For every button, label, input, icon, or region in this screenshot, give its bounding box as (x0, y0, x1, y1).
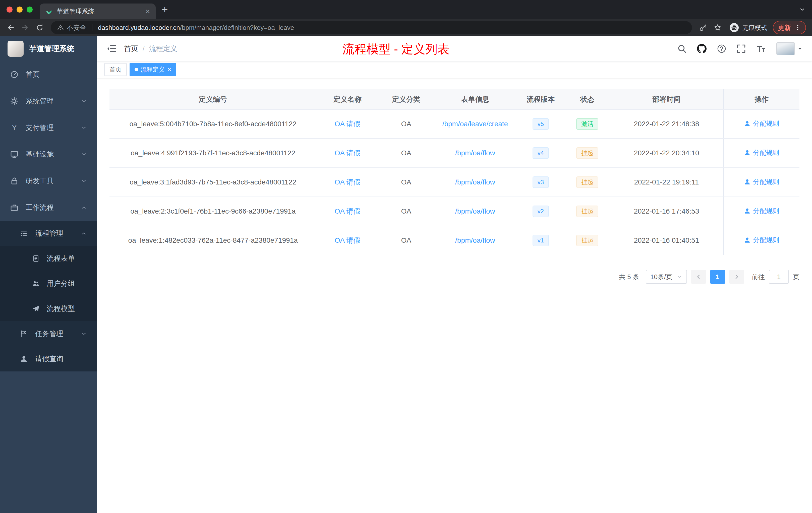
person-icon (20, 355, 28, 363)
assign-rule-link[interactable]: 分配规则 (744, 148, 779, 157)
security-label[interactable]: 不安全 (67, 23, 86, 32)
window-close-button[interactable] (6, 6, 12, 12)
sidebar-item-process-form[interactable]: 流程表单 (0, 246, 97, 271)
definition-name-link[interactable]: OA 请假 (335, 236, 360, 244)
person-icon (744, 237, 751, 243)
sidebar-item-devtools[interactable]: 研发工具 (0, 168, 97, 194)
form-info-link[interactable]: /bpm/oa/flow (455, 207, 495, 215)
cell-definition-id: oa_leave:1:482ec033-762a-11ec-8477-a2380… (110, 226, 316, 255)
paper-plane-icon (32, 305, 40, 312)
assign-rule-link[interactable]: 分配规则 (744, 119, 779, 128)
tab-close-icon[interactable]: × (145, 7, 150, 15)
bookmark-star-icon[interactable] (711, 21, 724, 34)
form-info-link[interactable]: /bpm/oa/flow (455, 149, 495, 157)
chevron-down-icon (81, 125, 87, 131)
version-badge: v3 (532, 176, 549, 188)
process-management-submenu: 流程表单 用户分组 流程模型 (0, 246, 97, 321)
browser-tab[interactable]: 芋道管理系统 × (40, 3, 156, 19)
col-operations: 操作 (724, 89, 800, 110)
cell-category: OA (379, 110, 434, 139)
table-row: oa_leave:3:1fad3d93-7b75-11ec-a3c8-acde4… (110, 168, 800, 197)
sidebar-toggle-icon[interactable] (107, 44, 116, 54)
assign-rule-link[interactable]: 分配规则 (744, 177, 779, 186)
forward-button[interactable] (19, 21, 32, 34)
app-frame: 芋道管理系统 首页 系统管理 ¥ 支付管理 (0, 36, 812, 513)
tag-close-icon[interactable]: × (167, 66, 171, 73)
window-zoom-button[interactable] (27, 6, 33, 12)
person-icon (744, 179, 751, 185)
flag-icon (20, 330, 28, 338)
version-badge: v4 (532, 147, 549, 159)
tag-home[interactable]: 首页 (105, 63, 126, 76)
breadcrumb-home[interactable]: 首页 (124, 44, 138, 54)
tree-list-icon (20, 229, 28, 238)
font-size-icon[interactable] (756, 44, 766, 54)
next-page-button[interactable] (729, 270, 744, 284)
sidebar-item-label: 支付管理 (26, 123, 54, 132)
page-number-button[interactable]: 1 (710, 270, 725, 284)
definition-name-link[interactable]: OA 请假 (335, 120, 360, 128)
logo-title: 芋道管理系统 (29, 44, 74, 54)
avatar[interactable] (776, 42, 795, 55)
page-size-select[interactable]: 10条/页 (646, 270, 687, 284)
update-label[interactable]: 更新 (778, 23, 791, 32)
breadcrumb-separator: / (143, 45, 145, 53)
user-avatar-menu[interactable] (776, 42, 803, 55)
definition-name-link[interactable]: OA 请假 (335, 178, 360, 186)
help-icon[interactable] (717, 44, 726, 53)
form-info-link[interactable]: /bpm/oa/flow (455, 236, 495, 244)
sidebar-item-label: 任务管理 (35, 329, 63, 338)
reload-button[interactable] (33, 21, 46, 34)
browser-update-button[interactable]: 更新 (773, 21, 806, 34)
sidebar-item-user-group[interactable]: 用户分组 (0, 271, 97, 296)
sidebar-item-process-model[interactable]: 流程模型 (0, 296, 97, 321)
sidebar-item-infrastructure[interactable]: 基础设施 (0, 141, 97, 168)
cell-deploy-time: 2022-01-22 21:48:38 (610, 110, 723, 139)
back-button[interactable] (4, 21, 17, 34)
form-info-link[interactable]: /bpm/oa/flow (455, 178, 495, 186)
assign-rule-link[interactable]: 分配规则 (744, 236, 779, 244)
sidebar-logo[interactable]: 芋道管理系统 (0, 36, 97, 61)
sidebar-item-workflow[interactable]: 工作流程 (0, 194, 97, 221)
sidebar-item-payment[interactable]: ¥ 支付管理 (0, 115, 97, 141)
sidebar-item-system[interactable]: 系统管理 (0, 88, 97, 115)
sidebar-item-task-management[interactable]: 任务管理 (0, 321, 97, 346)
definition-name-link[interactable]: OA 请假 (335, 207, 360, 215)
sidebar-item-label: 首页 (26, 70, 40, 79)
window-minimize-button[interactable] (17, 6, 23, 12)
active-dot (135, 68, 138, 71)
cell-definition-id: oa_leave:2:3c1f0ef1-76b1-11ec-9c66-a2380… (110, 197, 316, 226)
incognito-indicator: 无痕模式 (730, 23, 767, 32)
url-text[interactable]: dashboard.yudao.iocoder.cn/bpm/manager/d… (98, 24, 294, 32)
definition-name-link[interactable]: OA 请假 (335, 149, 360, 157)
assign-rule-link[interactable]: 分配规则 (744, 207, 779, 215)
pagination: 共 5 条 10条/页 1 前往 页 (110, 270, 800, 284)
browser-tabstrip: 芋道管理系统 × + (0, 0, 812, 19)
url-path[interactable]: /bpm/manager/definition?key=oa_leave (180, 24, 294, 31)
url-host[interactable]: dashboard.yudao.iocoder.cn (98, 24, 180, 31)
goto-page-input[interactable] (769, 270, 789, 284)
address-bar[interactable]: 不安全 dashboard.yudao.iocoder.cn/bpm/manag… (51, 21, 692, 34)
fullscreen-icon[interactable] (737, 44, 746, 53)
logo-avatar (7, 41, 24, 57)
site-favicon-icon (45, 7, 53, 15)
version-badge: v1 (532, 235, 549, 246)
new-tab-button[interactable]: + (162, 4, 168, 15)
security-warning-icon[interactable] (57, 24, 64, 31)
chevron-down-icon (81, 98, 87, 104)
yen-icon: ¥ (10, 123, 19, 132)
browser-menu-dots-icon[interactable] (794, 24, 801, 31)
tab-search-chevron-icon[interactable] (799, 6, 806, 13)
github-icon[interactable] (697, 44, 706, 54)
prev-page-button[interactable] (691, 270, 706, 284)
search-icon[interactable] (677, 44, 687, 53)
status-badge: 挂起 (576, 176, 598, 188)
caret-down-icon (798, 46, 803, 51)
form-info-link[interactable]: /bpm/oa/leave/create (442, 120, 508, 128)
tag-process-definition[interactable]: 流程定义 × (129, 63, 176, 76)
sidebar-item-home[interactable]: 首页 (0, 61, 97, 88)
sidebar-item-leave-query[interactable]: 请假查询 (0, 346, 97, 371)
sidebar-item-process-management[interactable]: 流程管理 (0, 221, 97, 246)
status-badge: 挂起 (576, 235, 598, 246)
password-key-icon[interactable] (696, 21, 709, 34)
